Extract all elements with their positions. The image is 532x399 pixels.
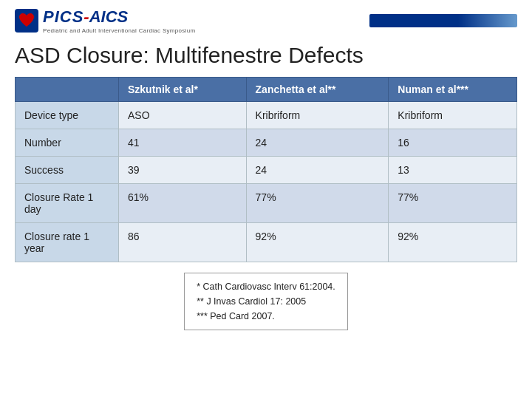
table-row: Closure Rate 1 day61%77%77% <box>16 184 517 223</box>
table-header-row: Szkutnik et al* Zanchetta et al** Numan … <box>16 78 517 102</box>
footnote-container: * Cath Cardiovasc Interv 61:2004. ** J I… <box>0 262 532 330</box>
col-header-3: Numan et al*** <box>389 78 517 102</box>
table-row: Success392413 <box>16 157 517 184</box>
row-label: Device type <box>16 102 119 129</box>
page-title: ASD Closure: Multifenestre Defects <box>0 37 532 77</box>
row-cell: 24 <box>246 157 389 184</box>
logo-subtitle: Pediatric and Adult Interventional Cardi… <box>43 27 195 34</box>
row-cell: 16 <box>389 129 517 157</box>
row-label: Closure Rate 1 day <box>16 184 119 223</box>
row-cell: 61% <box>119 184 247 223</box>
row-cell: 92% <box>389 223 517 262</box>
table-row: Device typeASOKribriformKribriform <box>16 102 517 129</box>
col-header-2: Zanchetta et al** <box>246 78 389 102</box>
footnote-line1: * Cath Cardiovasc Interv 61:2004. <box>197 279 335 294</box>
row-cell: 77% <box>246 184 389 223</box>
row-cell: 13 <box>389 157 517 184</box>
logo-aics: AICS <box>89 7 129 26</box>
row-cell: 39 <box>119 157 247 184</box>
header-accent-bar <box>369 14 517 27</box>
row-label: Success <box>16 157 119 184</box>
row-cell: 24 <box>246 129 389 157</box>
footnote-line3: *** Ped Card 2007. <box>197 309 335 324</box>
row-cell: Kribriform <box>246 102 389 129</box>
logo-dash: - <box>83 7 89 26</box>
col-header-1: Szkutnik et al* <box>119 78 247 102</box>
logo-pics: PICS <box>43 7 83 26</box>
footnote-line2: ** J Invas Cardiol 17: 2005 <box>197 294 335 309</box>
row-cell: 77% <box>389 184 517 223</box>
footnote-box: * Cath Cardiovasc Interv 61:2004. ** J I… <box>184 273 348 330</box>
row-label: Number <box>16 129 119 157</box>
header: PICS-AICS Pediatric and Adult Interventi… <box>0 0 532 37</box>
row-cell: 92% <box>246 223 389 262</box>
data-table-container: Szkutnik et al* Zanchetta et al** Numan … <box>0 77 532 262</box>
table-row: Number412416 <box>16 129 517 157</box>
row-cell: 86 <box>119 223 247 262</box>
col-header-0 <box>16 78 119 102</box>
row-cell: ASO <box>119 102 247 129</box>
table-row: Closure rate 1 year8692%92% <box>16 223 517 262</box>
logo-text: PICS-AICS Pediatric and Adult Interventi… <box>43 7 195 34</box>
row-cell: 41 <box>119 129 247 157</box>
comparison-table: Szkutnik et al* Zanchetta et al** Numan … <box>15 77 517 262</box>
row-cell: Kribriform <box>389 102 517 129</box>
heart-icon <box>15 9 38 33</box>
logo: PICS-AICS Pediatric and Adult Interventi… <box>15 7 195 34</box>
row-label: Closure rate 1 year <box>16 223 119 262</box>
